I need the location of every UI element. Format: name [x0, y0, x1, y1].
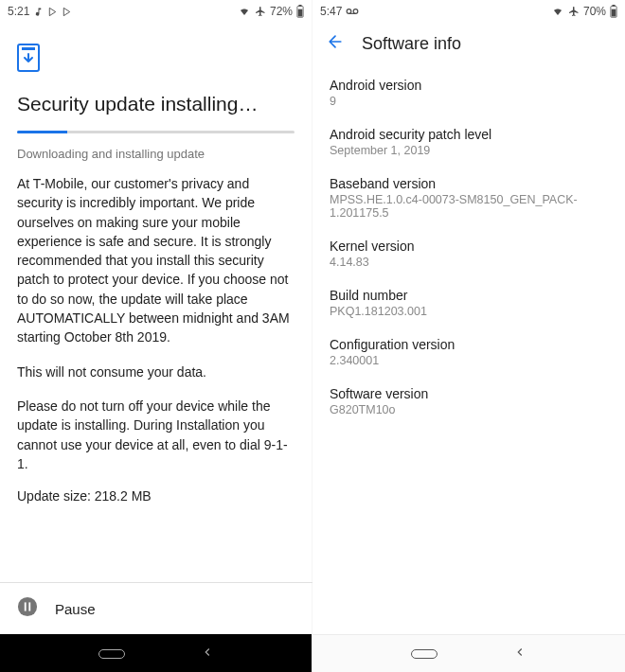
software-info-list: Android version 9 Android security patch…	[312, 61, 625, 433]
status-bar: 5:47 70%	[312, 0, 625, 23]
pause-label: Pause	[55, 601, 96, 617]
status-time: 5:47	[320, 5, 342, 18]
info-item-baseband[interactable]: Baseband version MPSS.HE.1.0.c4-00073-SM…	[312, 167, 625, 229]
nav-back-button[interactable]	[201, 645, 214, 663]
svg-rect-4	[22, 47, 35, 50]
nav-home-button[interactable]	[98, 649, 125, 659]
download-icon	[17, 44, 295, 76]
wifi-icon	[551, 6, 564, 17]
status-time: 5:21	[8, 5, 29, 18]
play-store-icon	[62, 7, 72, 17]
svg-rect-6	[25, 602, 27, 610]
info-label: Kernel version	[330, 239, 608, 254]
status-battery-pct: 72%	[270, 5, 293, 18]
svg-rect-1	[298, 5, 301, 7]
navigation-bar	[312, 634, 625, 672]
appbar-title: Software info	[362, 34, 461, 54]
info-item-config-version[interactable]: Configuration version 2.340001	[312, 327, 625, 377]
info-label: Software version	[330, 386, 608, 401]
svg-rect-7	[28, 602, 30, 610]
download-status-text: Downloading and installing update	[17, 147, 295, 161]
svg-point-5	[18, 597, 37, 616]
info-value: 9	[330, 95, 608, 108]
play-store-icon	[47, 7, 58, 17]
pause-button[interactable]: Pause	[0, 583, 312, 634]
info-item-kernel[interactable]: Kernel version 4.14.83	[312, 229, 625, 278]
progress-bar	[17, 131, 295, 133]
svg-rect-2	[298, 9, 303, 17]
info-value: 4.14.83	[330, 256, 608, 269]
battery-icon	[296, 5, 304, 18]
info-item-security-patch[interactable]: Android security patch level September 1…	[312, 117, 625, 167]
info-value: MPSS.HE.1.0.c4-00073-SM8150_GEN_PACK-1.2…	[330, 193, 608, 220]
update-description-2: This will not consume your data.	[17, 363, 295, 381]
airplane-icon	[568, 6, 580, 17]
airplane-icon	[255, 6, 266, 17]
page-title: Security update installing…	[17, 93, 295, 115]
info-label: Build number	[330, 288, 608, 303]
nav-home-button[interactable]	[411, 649, 438, 659]
update-size: Update size: 218.2 MB	[17, 488, 295, 504]
info-value: September 1, 2019	[330, 144, 608, 157]
back-button[interactable]	[326, 32, 345, 55]
progress-fill	[17, 131, 67, 133]
info-label: Android security patch level	[330, 127, 608, 142]
info-item-software-version[interactable]: Software version G820TM10o	[312, 377, 625, 426]
navigation-bar	[0, 634, 312, 672]
wifi-icon	[238, 6, 251, 17]
voicemail-icon	[346, 7, 359, 16]
svg-point-8	[348, 9, 352, 14]
phone-update-screen: 5:21 72%	[0, 0, 312, 672]
nav-back-button[interactable]	[513, 645, 527, 663]
phone-software-info-screen: 5:47 70% Software info Android version	[312, 0, 625, 672]
status-bar: 5:21 72%	[0, 0, 312, 23]
update-content: Security update installing… Downloading …	[0, 23, 312, 565]
app-bar: Software info	[312, 23, 625, 61]
info-label: Android version	[330, 78, 608, 93]
info-label: Configuration version	[330, 337, 608, 352]
info-value: G820TM10o	[330, 403, 608, 416]
svg-rect-13	[612, 9, 616, 17]
update-description-1: At T-Mobile, our customer's privacy and …	[17, 174, 295, 347]
music-note-icon	[33, 7, 44, 17]
svg-rect-12	[612, 5, 615, 7]
info-value: 2.340001	[330, 354, 608, 367]
info-label: Baseband version	[330, 176, 608, 191]
svg-point-9	[354, 9, 359, 14]
info-item-build-number[interactable]: Build number PKQ1.181203.001	[312, 278, 625, 327]
info-value: PKQ1.181203.001	[330, 305, 608, 318]
info-item-android-version[interactable]: Android version 9	[312, 68, 625, 117]
battery-icon	[610, 5, 617, 18]
pause-icon	[17, 596, 38, 621]
status-battery-pct: 70%	[583, 5, 606, 18]
update-description-3: Please do not turn off your device while…	[17, 397, 295, 473]
